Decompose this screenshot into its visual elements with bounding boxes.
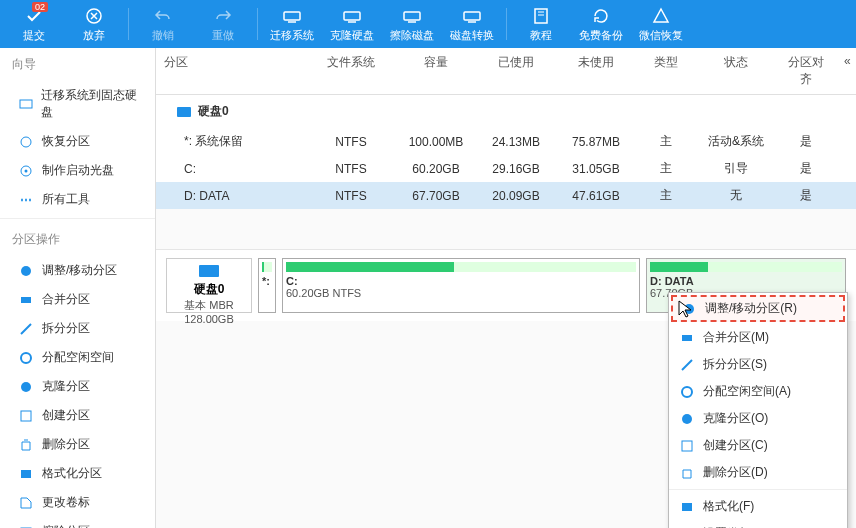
cm-allocate[interactable]: 分配空闲空间(A) xyxy=(669,378,847,405)
partition-box-c[interactable]: C: 60.20GB NTFS xyxy=(282,258,640,313)
delete-icon xyxy=(18,437,34,453)
th-used[interactable]: 已使用 xyxy=(476,48,556,94)
th-free[interactable]: 未使用 xyxy=(556,48,636,94)
merge-icon xyxy=(18,292,34,308)
nav-allocate-free[interactable]: 分配空闲空间 xyxy=(0,343,155,372)
split-icon xyxy=(18,321,34,337)
redo-button[interactable]: 重做 xyxy=(193,0,253,48)
tutorial-button[interactable]: 教程 xyxy=(511,0,571,48)
cm-delete[interactable]: 删除分区(D) xyxy=(669,459,847,486)
cm-split[interactable]: 拆分分区(S) xyxy=(669,351,847,378)
nav-clone-partition[interactable]: 克隆分区 xyxy=(0,372,155,401)
allocate-icon xyxy=(18,350,34,366)
delete-icon xyxy=(679,465,695,481)
wechat-recover-button[interactable]: 微信恢复 xyxy=(631,0,691,48)
partition-box-reserved[interactable]: *: xyxy=(258,258,276,313)
svg-point-9 xyxy=(25,169,28,172)
wipe-icon xyxy=(18,524,34,529)
disk-info-box[interactable]: 硬盘0 基本 MBR 128.00GB xyxy=(166,258,252,313)
pending-badge: 02 xyxy=(32,2,48,12)
drive-icon xyxy=(282,6,302,26)
nav-label: 制作启动光盘 xyxy=(42,162,114,179)
nav-migrate-to-ssd[interactable]: 迁移系统到固态硬盘 xyxy=(0,81,155,127)
nav-create-partition[interactable]: 创建分区 xyxy=(0,401,155,430)
undo-icon xyxy=(153,6,173,26)
commit-button[interactable]: 02 提交 xyxy=(4,0,64,48)
nav-wipe-partition[interactable]: 擦除分区 xyxy=(0,517,155,528)
nav-format-partition[interactable]: 格式化分区 xyxy=(0,459,155,488)
free-backup-button[interactable]: 免费备份 xyxy=(571,0,631,48)
svg-rect-14 xyxy=(21,411,31,421)
split-icon xyxy=(679,357,695,373)
svg-rect-21 xyxy=(682,335,692,341)
nav-resize-move[interactable]: 调整/移动分区 xyxy=(0,256,155,285)
nav-recover-partition[interactable]: 恢复分区 xyxy=(0,127,155,156)
cm-create[interactable]: 创建分区(C) xyxy=(669,432,847,459)
discard-button[interactable]: 放弃 xyxy=(64,0,124,48)
nav-split[interactable]: 拆分分区 xyxy=(0,314,155,343)
nav-change-label[interactable]: 更改卷标 xyxy=(0,488,155,517)
partition-table: 分区 文件系统 容量 已使用 未使用 类型 状态 分区对齐 « 硬盘0 *: 系… xyxy=(156,48,856,209)
disk-type: 基本 MBR xyxy=(171,298,247,313)
table-row[interactable]: *: 系统保留 NTFS 100.00MB 24.13MB 75.87MB 主 … xyxy=(156,128,856,155)
refresh-icon xyxy=(591,6,611,26)
nav-label: 恢复分区 xyxy=(42,133,90,150)
cm-clone[interactable]: 克隆分区(O) xyxy=(669,405,847,432)
partition-context-menu: 调整/移动分区(R) 合并分区(M) 拆分分区(S) 分配空闲空间(A) 克隆分… xyxy=(668,292,848,528)
nav-label: 创建分区 xyxy=(42,407,90,424)
undo-button[interactable]: 撤销 xyxy=(133,0,193,48)
resize-icon xyxy=(18,263,34,279)
nav-label: 合并分区 xyxy=(42,291,90,308)
svg-rect-19 xyxy=(199,265,219,277)
create-icon xyxy=(18,408,34,424)
svg-rect-3 xyxy=(404,12,420,20)
allocate-icon xyxy=(679,384,695,400)
nav-make-bootable[interactable]: 制作启动光盘 xyxy=(0,156,155,185)
cm-label[interactable]: 设置卷标(N) xyxy=(669,520,847,528)
svg-rect-2 xyxy=(344,12,360,20)
svg-rect-18 xyxy=(177,107,191,117)
create-icon xyxy=(679,438,695,454)
disk-row[interactable]: 硬盘0 xyxy=(156,95,856,128)
format-icon xyxy=(679,499,695,515)
ops-section-title: 分区操作 xyxy=(0,223,155,256)
wipe-disk-button[interactable]: 擦除磁盘 xyxy=(382,0,442,48)
drive-icon xyxy=(462,6,482,26)
th-type[interactable]: 类型 xyxy=(636,48,696,94)
clone-disk-button[interactable]: 克隆硬盘 xyxy=(322,0,382,48)
th-status[interactable]: 状态 xyxy=(696,48,776,94)
svg-rect-24 xyxy=(682,441,692,451)
cm-format[interactable]: 格式化(F) xyxy=(669,493,847,520)
format-icon xyxy=(18,466,34,482)
convert-disk-button[interactable]: 磁盘转换 xyxy=(442,0,502,48)
th-align[interactable]: 分区对齐 xyxy=(776,48,836,94)
th-cap[interactable]: 容量 xyxy=(396,48,476,94)
th-more[interactable]: « xyxy=(836,48,856,94)
nav-label: 分配空闲空间 xyxy=(42,349,114,366)
migrate-os-button[interactable]: 迁移系统 xyxy=(262,0,322,48)
table-row-selected[interactable]: D: DATA NTFS 67.70GB 20.09GB 47.61GB 主 无… xyxy=(156,182,856,209)
svg-rect-6 xyxy=(20,100,32,108)
nav-label: 格式化分区 xyxy=(42,465,102,482)
close-icon xyxy=(84,6,104,26)
th-fs[interactable]: 文件系统 xyxy=(306,48,396,94)
nav-delete-partition[interactable]: 删除分区 xyxy=(0,430,155,459)
recover-icon xyxy=(18,134,34,150)
svg-rect-4 xyxy=(464,12,480,20)
table-row[interactable]: C: NTFS 60.20GB 29.16GB 31.05GB 主 引导 是 xyxy=(156,155,856,182)
svg-rect-5 xyxy=(535,9,547,23)
cm-merge[interactable]: 合并分区(M) xyxy=(669,324,847,351)
clone-icon xyxy=(679,411,695,427)
nav-label: 删除分区 xyxy=(42,436,90,453)
disk-name: 硬盘0 xyxy=(171,281,247,298)
guide-section-title: 向导 xyxy=(0,48,155,81)
nav-label: 更改卷标 xyxy=(42,494,90,511)
nav-label: 拆分分区 xyxy=(42,320,90,337)
cm-resize-move[interactable]: 调整/移动分区(R) xyxy=(671,295,845,322)
nav-all-tools[interactable]: ⋯所有工具 xyxy=(0,185,155,214)
disk-label: 硬盘0 xyxy=(198,103,229,120)
drive-icon xyxy=(18,96,33,112)
th-partition[interactable]: 分区 xyxy=(156,48,306,94)
nav-merge[interactable]: 合并分区 xyxy=(0,285,155,314)
disk-size: 128.00GB xyxy=(171,313,247,325)
